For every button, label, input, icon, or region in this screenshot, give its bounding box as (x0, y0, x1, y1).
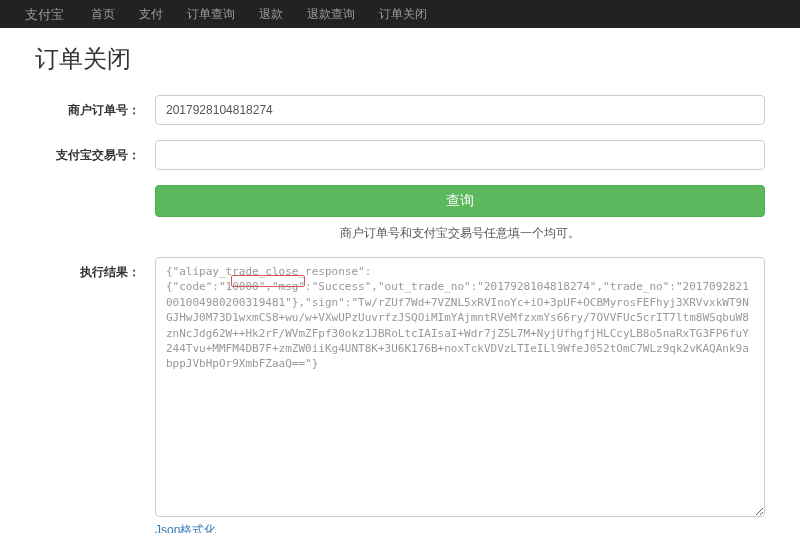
navbar: 支付宝 首页 支付 订单查询 退款 退款查询 订单关闭 (0, 0, 800, 28)
main-container: 订单关闭 商户订单号： 支付宝交易号： 查询 商户订单号和支付宝交易号任意填一个… (20, 43, 780, 533)
result-label: 执行结果： (35, 257, 155, 281)
merchant-order-group: 商户订单号： (35, 95, 765, 125)
empty-label-1 (35, 185, 155, 192)
alipay-trade-label: 支付宝交易号： (35, 140, 155, 164)
result-textarea[interactable] (155, 257, 765, 517)
nav-refund-query[interactable]: 退款查询 (295, 0, 367, 29)
nav-refund[interactable]: 退款 (247, 0, 295, 29)
json-format-link[interactable]: Json格式化 (155, 522, 216, 533)
result-group: 执行结果： Json格式化 (35, 257, 765, 533)
nav-order-query[interactable]: 订单查询 (175, 0, 247, 29)
order-close-form: 商户订单号： 支付宝交易号： 查询 商户订单号和支付宝交易号任意填一个均可。 执… (35, 95, 765, 533)
alipay-trade-group: 支付宝交易号： (35, 140, 765, 170)
query-button[interactable]: 查询 (155, 185, 765, 217)
query-button-group: 查询 商户订单号和支付宝交易号任意填一个均可。 (35, 185, 765, 242)
nav-list: 首页 支付 订单查询 退款 退款查询 订单关闭 (79, 0, 439, 29)
form-hint: 商户订单号和支付宝交易号任意填一个均可。 (155, 225, 765, 242)
nav-order-close[interactable]: 订单关闭 (367, 0, 439, 29)
navbar-brand[interactable]: 支付宝 (10, 0, 79, 30)
merchant-order-input[interactable] (155, 95, 765, 125)
alipay-trade-input[interactable] (155, 140, 765, 170)
merchant-order-label: 商户订单号： (35, 95, 155, 119)
page-title: 订单关闭 (35, 43, 765, 75)
nav-home[interactable]: 首页 (79, 0, 127, 29)
nav-pay[interactable]: 支付 (127, 0, 175, 29)
